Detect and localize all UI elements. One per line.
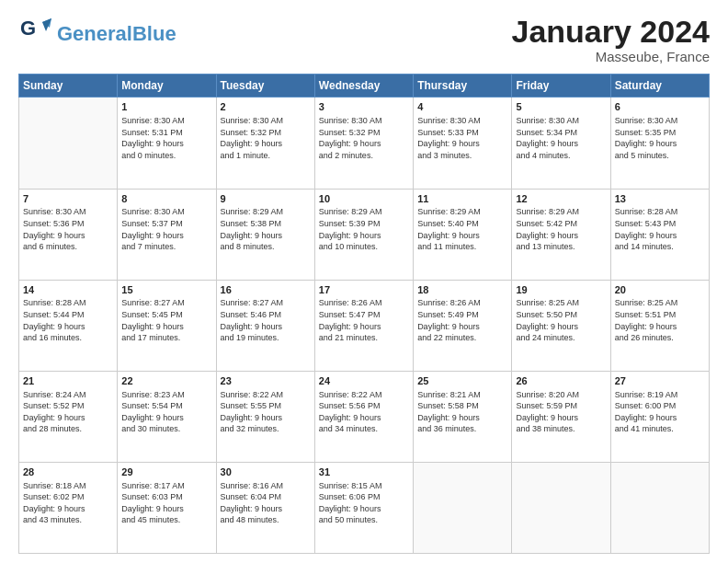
col-sunday: Sunday — [19, 75, 118, 98]
day-info: Sunset: 5:52 PM — [23, 400, 113, 412]
day-info: Sunset: 5:38 PM — [221, 218, 311, 230]
table-row: 22Sunrise: 8:23 AMSunset: 5:54 PMDayligh… — [118, 371, 216, 462]
calendar-table: Sunday Monday Tuesday Wednesday Thursday… — [18, 74, 710, 554]
day-info: Sunrise: 8:30 AM — [23, 206, 113, 218]
day-info: Daylight: 9 hours — [417, 412, 507, 424]
day-info: Sunset: 5:47 PM — [319, 309, 409, 321]
day-number: 22 — [121, 374, 211, 388]
day-info: Sunset: 5:42 PM — [516, 218, 606, 230]
month-title: January 2024 — [512, 15, 711, 49]
day-number: 3 — [319, 100, 409, 114]
day-number: 9 — [221, 192, 311, 206]
table-row: 15Sunrise: 8:27 AMSunset: 5:45 PMDayligh… — [118, 280, 216, 371]
col-tuesday: Tuesday — [216, 75, 314, 98]
day-info: Daylight: 9 hours — [417, 321, 507, 333]
day-info: and 41 minutes. — [615, 423, 705, 435]
day-info: and 38 minutes. — [516, 423, 606, 435]
day-info: Daylight: 9 hours — [221, 503, 311, 515]
day-info: Sunset: 5:58 PM — [417, 400, 507, 412]
day-number: 31 — [319, 465, 409, 479]
day-info: Daylight: 9 hours — [23, 412, 113, 424]
day-info: Sunset: 5:36 PM — [23, 218, 113, 230]
table-row: 19Sunrise: 8:25 AMSunset: 5:50 PMDayligh… — [512, 280, 610, 371]
calendar-week-row: 21Sunrise: 8:24 AMSunset: 5:52 PMDayligh… — [19, 371, 710, 462]
col-friday: Friday — [512, 75, 610, 98]
table-row: 20Sunrise: 8:25 AMSunset: 5:51 PMDayligh… — [610, 280, 709, 371]
table-row: 16Sunrise: 8:27 AMSunset: 5:46 PMDayligh… — [216, 280, 314, 371]
day-info: Sunrise: 8:29 AM — [221, 206, 311, 218]
day-info: Daylight: 9 hours — [319, 321, 409, 333]
day-info: Sunrise: 8:26 AM — [319, 297, 409, 309]
day-info: and 10 minutes. — [319, 241, 409, 253]
day-info: and 36 minutes. — [417, 423, 507, 435]
table-row: 28Sunrise: 8:18 AMSunset: 6:02 PMDayligh… — [19, 462, 118, 553]
day-info: and 48 minutes. — [221, 514, 311, 526]
table-row: 8Sunrise: 8:30 AMSunset: 5:37 PMDaylight… — [118, 189, 216, 280]
day-info: Sunset: 5:50 PM — [516, 309, 606, 321]
table-row: 2Sunrise: 8:30 AMSunset: 5:32 PMDaylight… — [216, 98, 314, 189]
day-info: Daylight: 9 hours — [121, 503, 211, 515]
day-info: Daylight: 9 hours — [221, 412, 311, 424]
day-info: Sunset: 5:33 PM — [417, 127, 507, 139]
day-number: 6 — [615, 100, 705, 114]
day-info: Sunrise: 8:26 AM — [417, 297, 507, 309]
table-row: 23Sunrise: 8:22 AMSunset: 5:55 PMDayligh… — [216, 371, 314, 462]
table-row: 30Sunrise: 8:16 AMSunset: 6:04 PMDayligh… — [216, 462, 314, 553]
day-info: Daylight: 9 hours — [23, 230, 113, 242]
day-info: Sunrise: 8:29 AM — [319, 206, 409, 218]
day-number: 7 — [23, 192, 113, 206]
day-info: Sunset: 5:34 PM — [516, 127, 606, 139]
day-info: Daylight: 9 hours — [221, 230, 311, 242]
table-row: 18Sunrise: 8:26 AMSunset: 5:49 PMDayligh… — [414, 280, 512, 371]
day-info: Daylight: 9 hours — [417, 230, 507, 242]
day-info: Daylight: 9 hours — [319, 138, 409, 150]
day-number: 13 — [615, 192, 705, 206]
day-info: and 28 minutes. — [23, 423, 113, 435]
calendar-week-row: 7Sunrise: 8:30 AMSunset: 5:36 PMDaylight… — [19, 189, 710, 280]
day-number: 19 — [516, 283, 606, 297]
day-info: Sunrise: 8:20 AM — [516, 389, 606, 401]
day-info: Sunset: 5:59 PM — [516, 400, 606, 412]
col-saturday: Saturday — [610, 75, 709, 98]
table-row: 26Sunrise: 8:20 AMSunset: 5:59 PMDayligh… — [512, 371, 610, 462]
day-number: 30 — [221, 465, 311, 479]
day-number: 23 — [221, 374, 311, 388]
page: G GeneralBlue January 2024 Masseube, Fra… — [0, 0, 728, 563]
day-number: 26 — [516, 374, 606, 388]
day-info: Daylight: 9 hours — [121, 138, 211, 150]
col-thursday: Thursday — [414, 75, 512, 98]
day-info: Sunset: 5:45 PM — [121, 309, 211, 321]
day-info: and 34 minutes. — [319, 423, 409, 435]
day-info: Sunset: 5:49 PM — [417, 309, 507, 321]
day-number: 29 — [121, 465, 211, 479]
logo-blue: Blue — [132, 22, 176, 45]
day-info: Daylight: 9 hours — [516, 412, 606, 424]
table-row — [512, 462, 610, 553]
day-info: and 4 minutes. — [516, 150, 606, 162]
calendar-header-row: Sunday Monday Tuesday Wednesday Thursday… — [19, 75, 710, 98]
day-info: Daylight: 9 hours — [417, 138, 507, 150]
table-row: 14Sunrise: 8:28 AMSunset: 5:44 PMDayligh… — [19, 280, 118, 371]
day-info: Sunset: 6:03 PM — [121, 491, 211, 503]
table-row: 5Sunrise: 8:30 AMSunset: 5:34 PMDaylight… — [512, 98, 610, 189]
day-info: Sunrise: 8:30 AM — [417, 115, 507, 127]
day-number: 21 — [23, 374, 113, 388]
day-info: Sunset: 5:54 PM — [121, 400, 211, 412]
day-info: and 5 minutes. — [615, 150, 705, 162]
day-info: Sunset: 5:40 PM — [417, 218, 507, 230]
day-info: and 11 minutes. — [417, 241, 507, 253]
table-row: 27Sunrise: 8:19 AMSunset: 6:00 PMDayligh… — [610, 371, 709, 462]
table-row: 4Sunrise: 8:30 AMSunset: 5:33 PMDaylight… — [414, 98, 512, 189]
table-row: 29Sunrise: 8:17 AMSunset: 6:03 PMDayligh… — [118, 462, 216, 553]
day-info: Sunrise: 8:16 AM — [221, 480, 311, 492]
day-info: Sunrise: 8:22 AM — [221, 389, 311, 401]
day-info: Sunrise: 8:21 AM — [417, 389, 507, 401]
table-row: 3Sunrise: 8:30 AMSunset: 5:32 PMDaylight… — [314, 98, 413, 189]
logo: G GeneralBlue — [18, 15, 176, 53]
day-info: Daylight: 9 hours — [319, 230, 409, 242]
day-number: 1 — [121, 100, 211, 114]
day-info: Daylight: 9 hours — [615, 138, 705, 150]
day-info: and 0 minutes. — [121, 150, 211, 162]
day-info: Sunrise: 8:24 AM — [23, 389, 113, 401]
table-row: 12Sunrise: 8:29 AMSunset: 5:42 PMDayligh… — [512, 189, 610, 280]
